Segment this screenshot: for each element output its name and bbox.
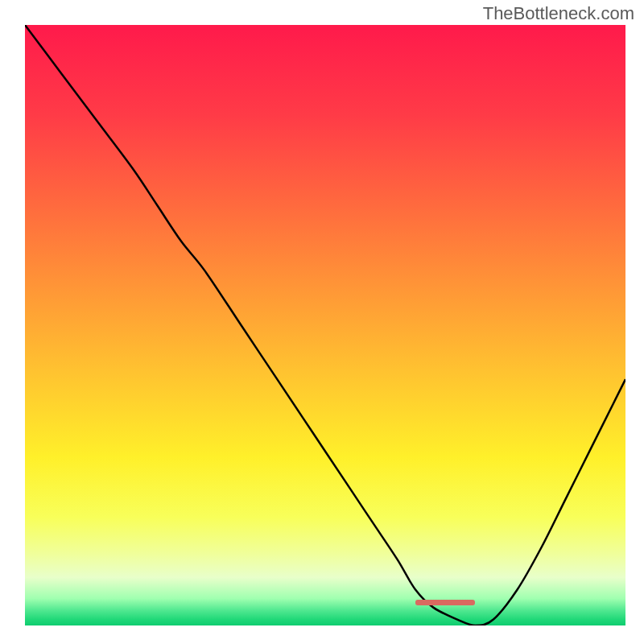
watermark-text: TheBottleneck.com (483, 3, 634, 24)
optimal-range-marker (415, 600, 476, 605)
gradient-background (25, 25, 625, 625)
chart-svg (25, 25, 625, 625)
plot-area (25, 25, 625, 625)
